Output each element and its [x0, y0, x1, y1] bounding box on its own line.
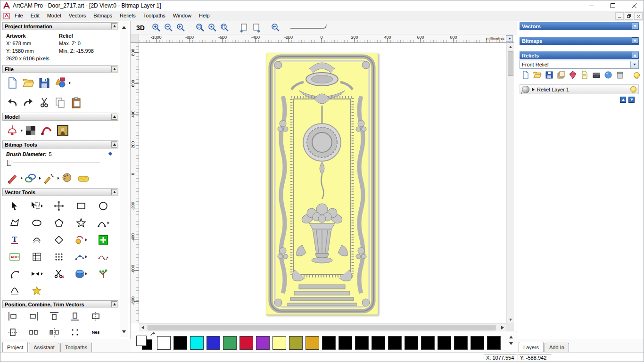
paste-button[interactable] — [68, 95, 84, 110]
zoom-previous-button[interactable] — [175, 23, 186, 33]
collapse-bitmap-tools-button[interactable] — [111, 141, 117, 148]
collapse-file-button[interactable] — [111, 66, 117, 72]
paint-along-vector-button[interactable] — [70, 233, 92, 247]
section-header-vector-tools[interactable]: Vector Tools — [2, 188, 118, 196]
palette-swatch[interactable] — [405, 336, 418, 350]
palette-swatch[interactable] — [305, 336, 319, 350]
layer-sphere-button[interactable] — [603, 70, 613, 80]
cut-vector-button[interactable] — [48, 267, 70, 280]
open-layer-button[interactable] — [533, 70, 542, 80]
scroll-right-button[interactable] — [499, 324, 506, 331]
zoom-out-button[interactable] — [163, 23, 174, 33]
nest-vectors-button[interactable]: Nes — [90, 326, 101, 337]
menu-file[interactable]: File — [11, 11, 27, 21]
expand-bitmaps-button[interactable] — [632, 37, 638, 44]
mdi-restore-button[interactable] — [625, 12, 633, 20]
previous-bitmap-button[interactable] — [239, 23, 249, 33]
maximize-button[interactable] — [602, 0, 623, 11]
scroll-left-button[interactable] — [139, 324, 147, 331]
palette-swatch[interactable] — [157, 336, 171, 350]
select-vectors-button[interactable] — [3, 199, 25, 213]
model-from-image-button[interactable] — [55, 123, 71, 138]
palette-scroll-down[interactable] — [509, 342, 513, 345]
node-editing-button[interactable] — [70, 250, 92, 263]
drawing-canvas[interactable] — [139, 43, 506, 323]
align-top-button[interactable] — [49, 310, 60, 322]
section-header-bitmap-tools[interactable]: Bitmap Tools — [2, 140, 118, 148]
collapse-vector-tools-button[interactable] — [111, 189, 117, 195]
collapse-project-information-button[interactable] — [111, 23, 117, 29]
model-ornament-button[interactable] — [4, 123, 20, 138]
grid-tool-button[interactable] — [25, 250, 48, 263]
brush-diameter-slider[interactable] — [6, 159, 115, 167]
relief-layer-row[interactable]: Relief Layer 1 — [520, 84, 639, 94]
left-panel-scrollbar[interactable] — [120, 22, 128, 337]
tab-layers[interactable]: Layers — [519, 342, 544, 352]
line-smoothness-widget[interactable] — [289, 23, 334, 33]
cut-button[interactable] — [36, 95, 52, 110]
redo-button[interactable] — [20, 95, 36, 110]
flyout-arrow-icon[interactable] — [69, 82, 71, 84]
scroll-down-button[interactable] — [507, 316, 514, 323]
align-bottom-button[interactable] — [69, 310, 81, 322]
zoom-in-button[interactable] — [151, 23, 162, 33]
sponge-tool-button[interactable] — [75, 171, 91, 186]
layer-thumbnail-icon[interactable] — [522, 86, 529, 93]
section-profile-button[interactable] — [3, 284, 25, 297]
layer-chest-button[interactable] — [592, 70, 601, 80]
section-header-position-combine[interactable]: Position, Combine, Trim Vectors — [2, 300, 118, 308]
align-right-button[interactable] — [28, 310, 39, 322]
menu-help[interactable]: Help — [195, 11, 214, 21]
new-model-button[interactable] — [4, 75, 20, 90]
create-arc-button[interactable] — [92, 216, 114, 230]
zoom-page-button[interactable] — [219, 23, 230, 33]
save-layer-button[interactable] — [545, 70, 554, 80]
scroll-down-icon[interactable] — [122, 330, 126, 333]
align-center-button[interactable] — [90, 310, 101, 322]
door-artwork[interactable] — [266, 53, 378, 315]
dropdown-arrow-icon[interactable] — [630, 61, 638, 68]
zoom-last-view-button[interactable] — [270, 23, 281, 33]
scroll-up-icon[interactable] — [122, 26, 126, 29]
vectors-section-header[interactable]: Vectors — [520, 22, 639, 30]
section-header-project-information[interactable]: Project Information — [2, 22, 118, 30]
mdi-close-button[interactable] — [634, 12, 643, 20]
import-model-button[interactable] — [52, 75, 68, 90]
collapse-model-button[interactable] — [111, 114, 117, 120]
swap-colours-icon[interactable] — [150, 332, 156, 337]
relief-selector-dropdown[interactable]: Front Relief — [520, 60, 639, 69]
draw-tool-button[interactable] — [23, 171, 39, 186]
tab-add-in[interactable]: Add In — [545, 343, 569, 352]
collapse-reliefs-button[interactable] — [632, 52, 638, 58]
slider-thumb[interactable] — [7, 160, 11, 166]
relief-gem-button[interactable] — [568, 70, 578, 80]
paste-along-curve-button[interactable] — [48, 250, 70, 263]
block-copy-button[interactable] — [92, 233, 114, 247]
palette-swatch[interactable] — [471, 336, 484, 350]
palette-swatch[interactable] — [339, 336, 352, 350]
palette-swatch[interactable] — [223, 336, 237, 350]
wrap-text-button[interactable] — [25, 233, 48, 247]
zoom-objects-button[interactable] — [207, 23, 218, 33]
menu-toolpaths[interactable]: Toolpaths — [140, 11, 169, 21]
menu-bitmaps[interactable]: Bitmaps — [90, 11, 116, 21]
vertical-scroll-thumb[interactable] — [508, 51, 513, 76]
create-polyline-button[interactable] — [3, 216, 25, 230]
section-header-file[interactable]: File — [2, 65, 118, 73]
layer-name[interactable]: Relief Layer 1 — [537, 87, 569, 92]
open-model-button[interactable] — [20, 75, 36, 90]
space-evenly-button[interactable] — [28, 326, 39, 337]
fit-curves-button[interactable] — [92, 250, 114, 263]
scroll-up-button[interactable] — [507, 43, 514, 50]
text-block-button[interactable]: ABC — [3, 250, 25, 263]
create-polygon-button[interactable] — [48, 216, 70, 230]
star-wizard-button[interactable] — [25, 284, 48, 297]
layer-properties-button[interactable] — [580, 70, 589, 80]
menu-model[interactable]: Model — [43, 11, 65, 21]
paint-selective-button[interactable] — [41, 171, 57, 186]
palette-swatch[interactable] — [438, 336, 451, 350]
expand-vectors-button[interactable] — [632, 23, 638, 29]
ruler-unit-dropdown[interactable] — [506, 35, 513, 42]
bitmaps-section-header[interactable]: Bitmaps — [520, 37, 639, 45]
palette-swatch[interactable] — [355, 336, 369, 350]
